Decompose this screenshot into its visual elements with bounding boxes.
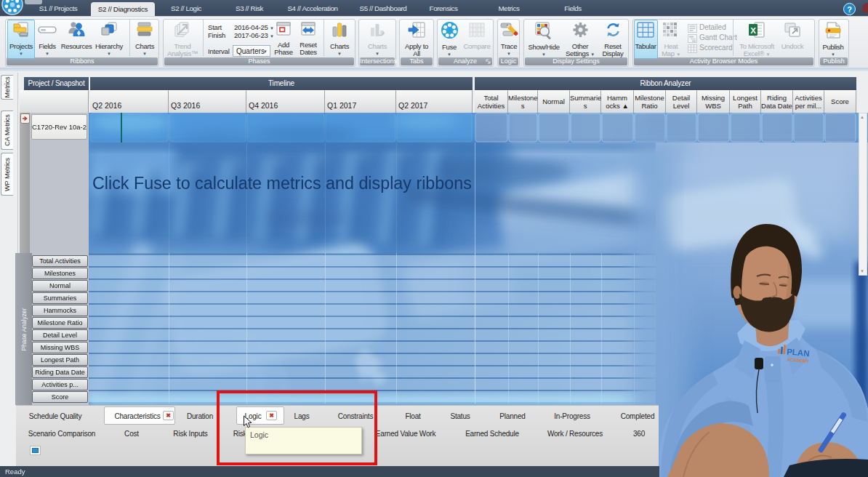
svg-text:X: X: [750, 26, 756, 35]
svg-text:Click Fuse to calculate metric: Click Fuse to calculate metrics and disp…: [92, 174, 472, 193]
svg-text:?: ?: [847, 5, 852, 14]
